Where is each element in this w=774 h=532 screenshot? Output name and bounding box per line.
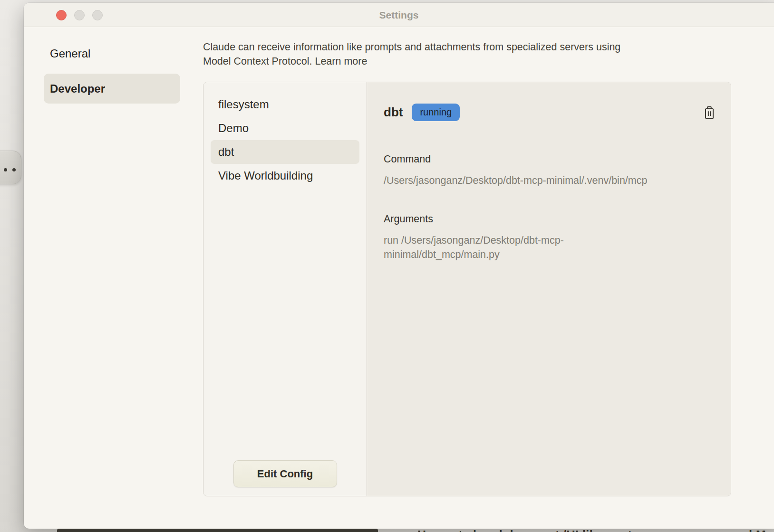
status-badge: running [412,104,460,121]
server-item-demo[interactable]: Demo [211,116,359,140]
screen: { "window": { "title": "Settings" }, "si… [0,0,774,532]
description-line2: Model Context Protocol. [203,56,312,67]
command-value: /Users/jasonganz/Desktop/dbt-mcp-minimal… [384,173,647,188]
command-label: Command [384,153,431,165]
learn-more-link[interactable]: Learn more [315,56,367,67]
server-item-filesystem[interactable]: filesystem [211,93,359,116]
arguments-line2: minimal/dbt_mcp/main.py [384,247,621,262]
edit-config-button[interactable]: Edit Config [233,460,337,487]
trash-icon [703,106,716,120]
mcp-description: Claude can receive information like prom… [203,40,745,68]
zoom-button[interactable] [92,10,103,20]
server-list: filesystem Demo dbt Vibe Worldbuilding [203,82,367,188]
sidebar-item-developer[interactable]: Developer [44,74,180,104]
server-detail-pane: dbt running Command /Users/jasonganz/Des… [367,82,731,496]
server-detail-header: dbt running [384,104,460,121]
server-list-pane: filesystem Demo dbt Vibe Worldbuilding E… [203,82,367,496]
server-name: dbt [384,105,403,120]
titlebar[interactable]: Settings [24,3,774,27]
drawer-dot-icon [12,168,16,171]
close-button[interactable] [56,10,67,20]
arguments-label: Arguments [384,213,433,225]
sidebar-item-general[interactable]: General [44,42,180,66]
server-item-dbt[interactable]: dbt [211,140,359,164]
arguments-line1: run /Users/jasonganz/Desktop/dbt-mcp- [384,233,621,247]
server-item-vibe-worldbuilding[interactable]: Vibe Worldbuilding [211,164,359,188]
settings-window: Settings General Developer Claude can re… [24,3,774,529]
description-line1: Claude can receive information like prom… [203,41,620,53]
arguments-value: run /Users/jasonganz/Desktop/dbt-mcp- mi… [384,233,621,262]
mcp-servers-panel: filesystem Demo dbt Vibe Worldbuilding E… [203,82,731,496]
window-title: Settings [24,3,774,27]
background-input-bar [57,529,378,532]
background-clipped-text: He wrote breakdowns at /UI like custom s… [417,528,774,532]
background-drawer-handle[interactable] [0,151,21,184]
drawer-dot-icon [4,168,7,171]
delete-server-button[interactable] [702,106,716,121]
minimize-button[interactable] [74,10,85,20]
